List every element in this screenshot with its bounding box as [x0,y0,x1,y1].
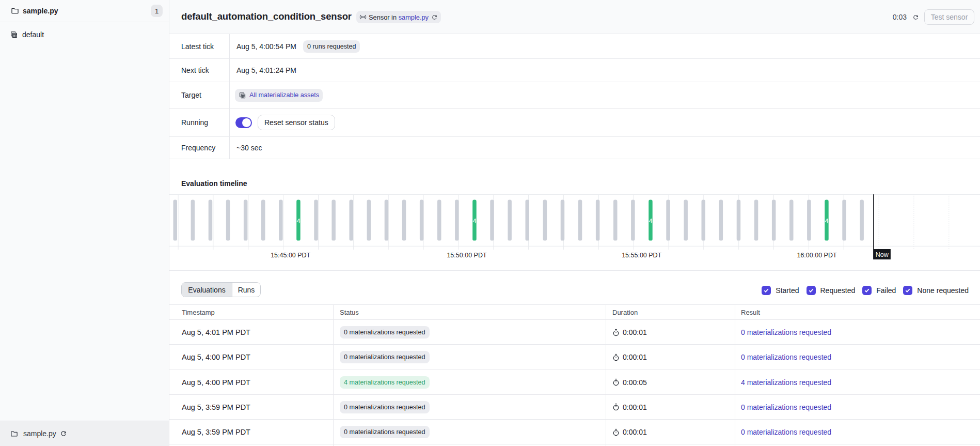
svg-text:Now: Now [876,251,889,258]
svg-text:15:45:00 PDT: 15:45:00 PDT [271,252,310,259]
svg-text:4: 4 [649,217,652,225]
svg-text:15:50:00 PDT: 15:50:00 PDT [447,252,486,259]
svg-text:15:55:00 PDT: 15:55:00 PDT [622,252,661,259]
svg-text:4: 4 [825,217,828,225]
svg-text:16:00:00 PDT: 16:00:00 PDT [797,252,836,259]
svg-text:4: 4 [472,217,476,225]
svg-text:4: 4 [296,217,300,225]
